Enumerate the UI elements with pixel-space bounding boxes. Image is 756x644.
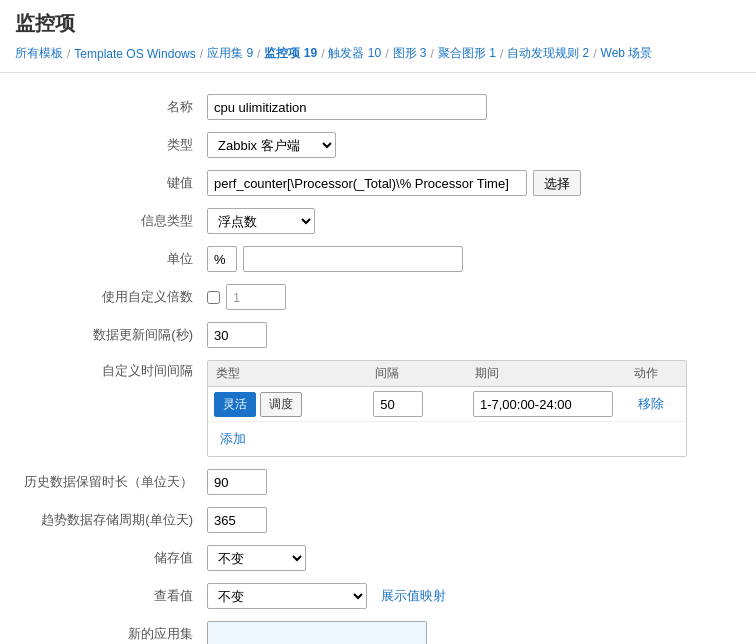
row-interval-input[interactable] [373, 391, 423, 417]
custom-multiplier-label: 使用自定义倍数 [20, 278, 203, 316]
custom-interval-label: 自定义时间间隔 [20, 354, 203, 463]
check-value-label: 查看值 [20, 577, 203, 615]
row-period-input[interactable] [473, 391, 613, 417]
new-app-input[interactable] [207, 621, 427, 644]
breadcrumb-discovery[interactable]: 自动发现规则 2 [507, 45, 589, 62]
breadcrumb-web[interactable]: Web 场景 [601, 45, 653, 62]
custom-multiplier-row: 使用自定义倍数 [20, 278, 736, 316]
remove-link[interactable]: 移除 [632, 391, 670, 417]
store-value-row: 储存值 不变 速率 自定义乘数 [20, 539, 736, 577]
store-value-label: 储存值 [20, 539, 203, 577]
trend-row: 趋势数据存储周期(单位天) [20, 501, 736, 539]
new-app-row: 新的应用集 [20, 615, 736, 644]
update-interval-input[interactable] [207, 322, 267, 348]
name-input[interactable] [207, 94, 487, 120]
custom-multiplier-checkbox[interactable] [207, 291, 220, 304]
update-interval-label: 数据更新间隔(秒) [20, 316, 203, 354]
breadcrumb-app-set[interactable]: 应用集 9 [207, 45, 253, 62]
breadcrumb-graphs[interactable]: 图形 3 [393, 45, 427, 62]
key-label: 键值 [20, 164, 203, 202]
new-app-label: 新的应用集 [20, 615, 203, 644]
unit-row: 单位 [20, 240, 736, 278]
col-period-header: 期间 [467, 361, 626, 386]
form-table: 名称 类型 Zabbix 客户端 Zabbix 主动模式 SNMP v1 [20, 88, 736, 644]
type-label: 类型 [20, 126, 203, 164]
breadcrumb-monitor-items[interactable]: 监控项 19 [264, 45, 317, 62]
trend-input[interactable] [207, 507, 267, 533]
add-interval-link[interactable]: 添加 [214, 426, 252, 452]
unit-input[interactable] [207, 246, 237, 272]
key-input[interactable] [207, 170, 527, 196]
unit-wide-input[interactable] [243, 246, 463, 272]
breadcrumb: 所有模板 / Template OS Windows / 应用集 9 / 监控项… [15, 45, 741, 62]
breadcrumb-template-os[interactable]: Template OS Windows [74, 47, 195, 61]
flexible-btn[interactable]: 灵活 [214, 392, 256, 417]
history-input[interactable] [207, 469, 267, 495]
interval-section: 类型 间隔 期间 动作 灵活 调度 [207, 360, 687, 457]
info-type-select[interactable]: 浮点数 字符 日志 数值(无符号) 文本 [207, 208, 315, 234]
name-label: 名称 [20, 88, 203, 126]
type-select[interactable]: Zabbix 客户端 Zabbix 主动模式 SNMP v1 [207, 132, 336, 158]
breadcrumb-all-templates[interactable]: 所有模板 [15, 45, 63, 62]
interval-row: 灵活 调度 移除 [208, 387, 686, 422]
key-select-btn[interactable]: 选择 [533, 170, 581, 196]
history-label: 历史数据保留时长（单位天） [20, 463, 203, 501]
custom-multiplier-input[interactable] [226, 284, 286, 310]
schedule-btn[interactable]: 调度 [260, 392, 302, 417]
col-action-header: 动作 [626, 361, 686, 386]
check-value-row: 查看值 不变 无转换 自定义 展示值映射 [20, 577, 736, 615]
check-value-select[interactable]: 不变 无转换 自定义 [207, 583, 367, 609]
info-type-row: 信息类型 浮点数 字符 日志 数值(无符号) 文本 [20, 202, 736, 240]
custom-interval-row: 自定义时间间隔 类型 间隔 期间 动作 灵活 调度 [20, 354, 736, 463]
update-interval-row: 数据更新间隔(秒) [20, 316, 736, 354]
col-interval-header: 间隔 [367, 361, 467, 386]
breadcrumb-aggregated[interactable]: 聚合图形 1 [438, 45, 496, 62]
key-row: 键值 选择 [20, 164, 736, 202]
breadcrumb-triggers[interactable]: 触发器 10 [328, 45, 381, 62]
name-row: 名称 [20, 88, 736, 126]
col-type-header: 类型 [208, 361, 367, 386]
unit-label: 单位 [20, 240, 203, 278]
info-type-label: 信息类型 [20, 202, 203, 240]
history-row: 历史数据保留时长（单位天） [20, 463, 736, 501]
show-value-mapping-link[interactable]: 展示值映射 [381, 587, 446, 605]
interval-header: 类型 间隔 期间 动作 [208, 361, 686, 387]
trend-label: 趋势数据存储周期(单位天) [20, 501, 203, 539]
store-value-select[interactable]: 不变 速率 自定义乘数 [207, 545, 306, 571]
page-title: 监控项 [15, 10, 741, 37]
type-row: 类型 Zabbix 客户端 Zabbix 主动模式 SNMP v1 [20, 126, 736, 164]
